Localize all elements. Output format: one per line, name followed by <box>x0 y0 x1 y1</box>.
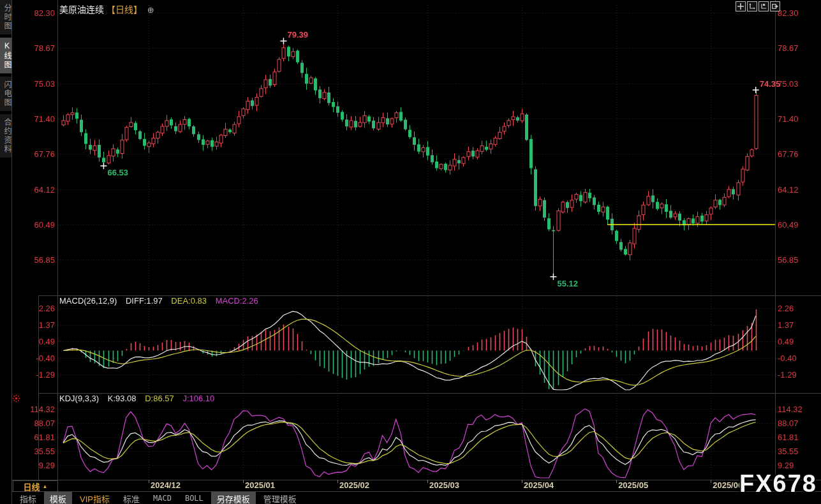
sidebar: 分时图 K线图 闪电图 合约资料 <box>0 0 11 504</box>
macd-axis-tick-label: 0.49 <box>10 337 55 346</box>
y-axis-tick-label: 71.40 <box>778 114 799 124</box>
kdj-axis-tick-label: 35.55 <box>10 447 55 456</box>
x-axis-month-label: 2025/02 <box>339 480 369 490</box>
y-axis-tick-label: 67.76 <box>10 149 55 159</box>
macd-dea-value: DEA:0.83 <box>171 296 207 306</box>
sidebar-tab-lightning[interactable]: 闪电图 <box>0 77 11 111</box>
x-axis-month-label: 2025/01 <box>245 480 275 490</box>
sidebar-tab-kline[interactable]: K线图 <box>0 38 11 73</box>
price-marker-label: 79.39 <box>287 30 308 40</box>
kdj-indicator-label: KDJ(9,3,3) K:93.08 D:86.57 J:106.10 <box>59 394 221 403</box>
fx678-watermark: FX678 <box>739 470 817 498</box>
macd-axis-tick-label: -0.40 <box>10 353 55 363</box>
sidebar-tab-timeline[interactable]: 分时图 <box>0 0 11 34</box>
kdj-k-value: K:93.08 <box>108 394 137 403</box>
kdj-d-value: D:86.57 <box>145 394 174 403</box>
price-marker-label: 66.53 <box>107 168 128 177</box>
macd-axis-tick-label: 1.37 <box>10 320 55 330</box>
period-selector[interactable]: 日线 ▲ <box>13 480 58 492</box>
axis-flag-icon[interactable] <box>758 1 769 11</box>
price-marker-label: 55.12 <box>557 279 578 288</box>
macd-indicator-label: MACD(26,12,9) DIFF:1.97 DEA:0.83 MACD:2.… <box>59 296 265 306</box>
macd-diff-value: DIFF:1.97 <box>126 296 163 306</box>
y-axis-tick-label: 82.30 <box>778 8 799 18</box>
kdj-axis-tick-label: 88.07 <box>10 419 55 428</box>
kdj-name: KDJ(9,3,3) <box>59 394 99 403</box>
x-axis-month-label: 2025/06 <box>713 480 743 490</box>
y-axis-tick-label: 64.12 <box>778 185 799 195</box>
macd-axis-tick-label: -1.29 <box>10 370 55 380</box>
kdj-axis-tick-label: 114.32 <box>10 404 55 414</box>
y-axis-tick-label: 56.85 <box>778 255 799 265</box>
indicator-tabbar: 指标 模板 VIP指标 标准 MACD BOLL 另存模板 管理模板 <box>14 493 304 504</box>
macd-axis-tick-label: -1.29 <box>778 370 797 380</box>
kdj-axis-tick-label: 61.81 <box>10 433 55 442</box>
chart-title: 美原油连续 【日线】 ⊕ <box>59 3 154 15</box>
tab-boll[interactable]: BOLL <box>179 493 209 503</box>
macd-axis-tick-label: 0.49 <box>778 337 794 346</box>
tab-indicators[interactable]: 指标 <box>14 492 42 504</box>
tab-vip-indicators[interactable]: VIP指标 <box>74 492 115 504</box>
y-axis-tick-label: 75.03 <box>10 79 55 89</box>
y-axis-tick-label: 60.49 <box>10 220 55 230</box>
x-axis-month-label: 2025/05 <box>618 480 648 490</box>
y-axis-tick-label: 64.12 <box>10 185 55 195</box>
kdj-axis-tick-label: 9.29 <box>778 461 794 470</box>
chart-toolbar <box>736 1 780 11</box>
symbol-name: 美原油连续 <box>59 4 104 15</box>
tab-manage-templates[interactable]: 管理模板 <box>258 492 302 504</box>
zoom-plus-icon[interactable]: ⊕ <box>147 5 154 15</box>
chevron-up-icon: ▲ <box>43 484 48 489</box>
tab-templates[interactable]: 模板 <box>44 492 72 504</box>
kdj-axis-tick-label: 88.07 <box>778 419 799 428</box>
period-selector-label: 日线 <box>24 480 40 493</box>
macd-value: MACD:2.26 <box>216 296 258 306</box>
crosshair-move-icon[interactable] <box>736 1 746 11</box>
kdj-axis-tick-label: 61.81 <box>778 433 799 442</box>
y-axis-tick-label: 60.49 <box>778 220 799 230</box>
kdj-axis-tick-label: 9.29 <box>10 461 55 470</box>
y-axis-tick-label: 78.67 <box>778 43 799 53</box>
macd-name: MACD(26,12,9) <box>59 296 117 306</box>
macd-axis-tick-label: 2.26 <box>778 304 794 313</box>
macd-axis-tick-label: 2.26 <box>10 304 55 313</box>
price-marker-label: 74.35 <box>760 79 781 89</box>
kdj-axis-tick-label: 114.32 <box>778 404 803 414</box>
x-axis-month-label: 2024/12 <box>151 480 181 490</box>
y-axis-tick-label: 75.03 <box>778 79 799 89</box>
export-right-icon[interactable] <box>770 1 780 11</box>
chart-application: 分时图 K线图 闪电图 合约资料 美原油连续 【日线】 ⊕ MACD(26,12… <box>0 0 821 504</box>
kdj-axis-tick-label: 35.55 <box>778 447 799 456</box>
period-tag: 【日线】 <box>107 4 142 15</box>
y-axis-tick-label: 71.40 <box>10 114 55 124</box>
chart-canvas[interactable] <box>0 0 821 504</box>
kdj-j-value: J:106.10 <box>182 394 214 403</box>
tab-macd[interactable]: MACD <box>147 493 177 503</box>
indicator-settings-icon[interactable] <box>12 394 20 405</box>
macd-axis-tick-label: -0.40 <box>778 353 797 363</box>
y-axis-tick-label: 67.76 <box>778 149 799 159</box>
macd-axis-tick-label: 1.37 <box>778 320 794 330</box>
x-axis-month-label: 2025/03 <box>429 480 459 490</box>
x-axis-month-label: 2025/04 <box>524 480 554 490</box>
y-axis-tick-label: 78.67 <box>10 43 55 53</box>
sidebar-tab-contract-info[interactable]: 合约资料 <box>0 114 11 158</box>
tab-save-template[interactable]: 另存模板 <box>211 492 256 504</box>
y-axis-tick-label: 56.85 <box>10 255 55 265</box>
tab-standard[interactable]: 标准 <box>117 492 145 504</box>
axis-scale-icon[interactable] <box>747 1 757 11</box>
y-axis-tick-label: 82.30 <box>10 8 55 18</box>
